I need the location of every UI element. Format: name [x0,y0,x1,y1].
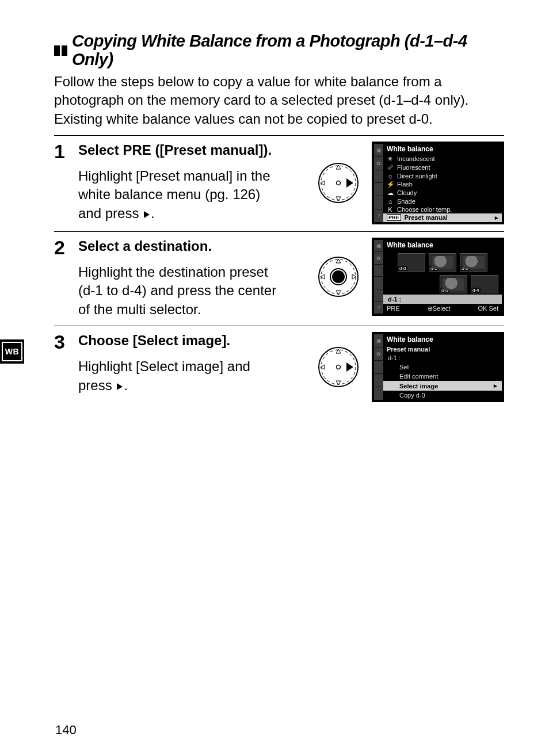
side-tab-wb: WB [0,339,24,364]
svg-point-10 [332,270,345,283]
svg-point-3 [337,181,341,185]
preset-thumb: d-1 [429,253,456,272]
lcd-title: White balance [383,144,502,155]
side-tab-label: WB [2,342,22,361]
lcd-title: White balance [383,240,502,251]
camera-lcd-wb-menu: ▣✿? White balance ☀Incandescent ␥Fluores… [372,142,504,224]
shade-icon: ⌂ [387,198,394,205]
lcd-item: Copy d-0 [383,391,502,400]
step-body-text: Highlight [Select image] and press . [78,357,285,395]
lcd-highlighted-item: PRE Preset manual ▸ [383,213,502,222]
step-body-text: Highlight [Preset manual] in the white b… [78,167,285,223]
svg-marker-16 [117,383,123,390]
step-number: 1 [54,142,69,161]
camera-lcd-preset-thumbs: ▣✿? White balance d-0 d-1 d-2 d-3 d-4 d-… [372,238,504,316]
lcd-item: Set [383,362,502,372]
lcd-subtitle: Preset manual [383,345,502,353]
chevron-right-icon: ▸ [494,382,497,390]
chevron-right-icon: ▸ [495,214,498,222]
section-heading-text: Copying White Balance from a Photograph … [72,32,504,69]
direct-sunlight-icon: ☼ [387,173,394,180]
cloudy-icon: ☁ [387,189,394,197]
fluorescent-icon: ␥ [387,164,394,171]
lcd-title: White balance [383,334,502,345]
step-body-text: Highlight the destination preset (d-1 to… [78,263,285,319]
step-number: 2 [54,238,69,257]
svg-point-19 [337,365,341,369]
right-triangle-icon [143,211,151,219]
camera-lcd-preset-submenu: ▣✿ White balance Preset manual d-1 : Set… [372,332,504,402]
preset-thumb: d-0 [398,253,425,272]
svg-marker-20 [346,362,353,372]
pre-badge: PRE [387,214,401,221]
lcd-selection-label: d-1 : [383,295,502,304]
step-title: Select a destination. [78,238,307,255]
intro-paragraph: Follow the steps below to copy a value f… [54,72,504,128]
page-number: 140 [55,723,77,738]
step-number: 3 [54,332,69,352]
separator [54,135,504,136]
step-title: Select PRE ([Preset manual]). [78,142,307,159]
right-triangle-icon [116,383,124,391]
multi-selector-right-icon [313,158,364,208]
preset-thumb: d-3 [440,275,467,293]
lcd-item: Edit comment [383,372,502,381]
separator [54,231,504,232]
preset-thumb: d-4 [471,275,498,293]
color-temp-icon: K [387,206,394,213]
svg-marker-0 [144,211,150,218]
lcd-group: d-1 : [383,353,502,362]
multi-selector-center-icon [313,251,364,302]
preset-thumb: d-2 [460,253,487,272]
svg-marker-4 [346,178,353,188]
lcd-highlighted-item: Select image▸ [383,381,502,391]
incandescent-icon: ☀ [387,155,394,163]
section-heading: Copying White Balance from a Photograph … [54,32,504,69]
separator [54,326,504,326]
step-title: Choose [Select image]. [78,332,307,349]
multi-selector-right-icon [313,342,364,392]
heading-bullet-icon [54,45,67,56]
flash-icon: ⚡ [387,181,394,188]
lcd-footer: PRE ⊕Select OK Set [383,304,502,314]
